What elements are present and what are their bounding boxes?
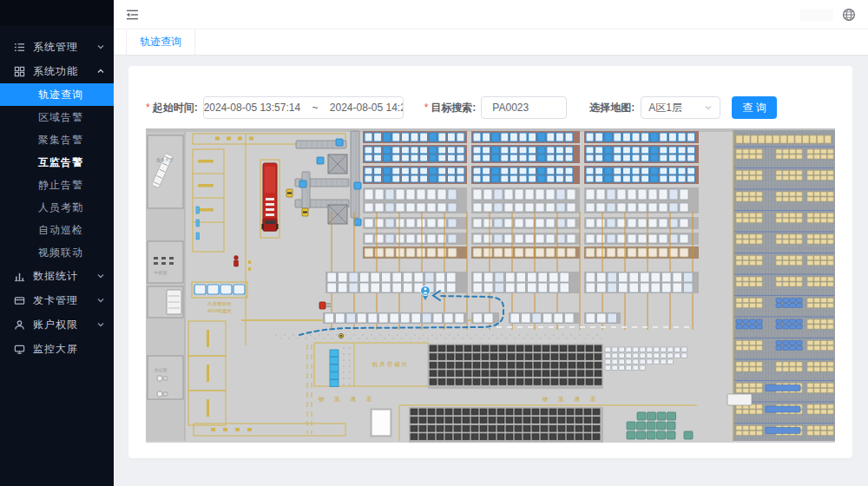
chevron-down-icon bbox=[96, 43, 105, 51]
sidebar-item-attendance[interactable]: 人员考勤 bbox=[0, 196, 114, 219]
sidebar-item-mutual-alarm[interactable]: 互监告警 bbox=[0, 151, 114, 174]
sidebar-item-label: 系统功能 bbox=[33, 64, 96, 79]
bar-chart-icon bbox=[14, 270, 26, 282]
svg-text:物 流 通 道: 物 流 通 道 bbox=[542, 396, 600, 403]
sidebar-item-system-management[interactable]: 系统管理 bbox=[0, 35, 114, 59]
svg-text:物 流 通 道: 物 流 通 道 bbox=[319, 396, 376, 403]
map-select-label: 选择地图: bbox=[589, 101, 635, 115]
sidebar-item-system-functions[interactable]: 系统功能 bbox=[0, 59, 114, 83]
list-icon bbox=[14, 41, 26, 53]
svg-text:办公室: 办公室 bbox=[155, 367, 168, 372]
map-container: 服务大厅中控室办公室出库暂存区AGV组盘区机具存储区物 流 通 道物 流 通 道 bbox=[146, 128, 835, 443]
chevron-down-icon bbox=[96, 272, 105, 280]
target-label: 目标搜索: bbox=[431, 101, 476, 115]
query-card: * 起始时间: * 目标搜索: 选择地图: A区1层 查 询 服务大厅中控室办公… bbox=[128, 66, 852, 458]
sidebar-item-trajectory-query[interactable]: 轨迹查询 bbox=[0, 83, 114, 106]
search-button[interactable]: 查 询 bbox=[732, 96, 776, 119]
sidebar-item-card-management[interactable]: 发卡管理 bbox=[0, 288, 114, 312]
sidebar: 系统管理 系统功能 轨迹查询 区域告警 聚集告警 互监告警 静止告警 人员考勤 … bbox=[0, 0, 114, 486]
sidebar-item-area-alarm[interactable]: 区域告警 bbox=[0, 106, 114, 128]
monitor-icon bbox=[14, 343, 26, 355]
card-icon bbox=[14, 294, 26, 306]
svg-text:AGV组盘区: AGV组盘区 bbox=[207, 308, 233, 314]
sidebar-item-account-permissions[interactable]: 账户权限 bbox=[0, 312, 114, 337]
sidebar-item-video-linkage[interactable]: 视频联动 bbox=[0, 241, 114, 264]
required-mark: * bbox=[424, 102, 429, 114]
tab-bar: 轨迹查询 bbox=[114, 30, 868, 56]
appstore-icon bbox=[14, 65, 26, 77]
globe-icon[interactable] bbox=[842, 8, 856, 22]
sidebar-item-gather-alarm[interactable]: 聚集告警 bbox=[0, 128, 114, 151]
chevron-down-icon bbox=[704, 103, 713, 112]
svg-text:机具存储区: 机具存储区 bbox=[372, 361, 410, 368]
svg-text:服务大厅: 服务大厅 bbox=[156, 157, 174, 162]
content-area: * 起始时间: * 目标搜索: 选择地图: A区1层 查 询 服务大厅中控室办公… bbox=[114, 56, 868, 486]
query-form: * 起始时间: * 目标搜索: 选择地图: A区1层 查 询 bbox=[146, 95, 835, 120]
app-window: 系统管理 系统功能 轨迹查询 区域告警 聚集告警 互监告警 静止告警 人员考勤 … bbox=[0, 0, 868, 486]
chevron-down-icon bbox=[96, 320, 105, 329]
warehouse-map[interactable]: 服务大厅中控室办公室出库暂存区AGV组盘区机具存储区物 流 通 道物 流 通 道 bbox=[146, 128, 835, 443]
map-select-value: A区1层 bbox=[648, 101, 682, 115]
logo-area bbox=[0, 0, 114, 26]
chevron-down-icon bbox=[96, 296, 105, 305]
sidebar-item-static-alarm[interactable]: 静止告警 bbox=[0, 174, 114, 196]
user-icon bbox=[14, 319, 26, 331]
svg-text:出库暂存区: 出库暂存区 bbox=[207, 301, 232, 307]
time-label: 起始时间: bbox=[153, 101, 198, 115]
user-area[interactable] bbox=[800, 9, 833, 21]
main-area: 轨迹查询 * 起始时间: * 目标搜索: 选择地图: A区1层 查 询 bbox=[114, 0, 868, 486]
time-range-input[interactable] bbox=[203, 96, 404, 119]
chevron-up-icon bbox=[96, 67, 105, 76]
top-bar bbox=[114, 0, 868, 30]
sidebar-item-auto-inspection[interactable]: 自动巡检 bbox=[0, 219, 114, 241]
required-mark: * bbox=[146, 102, 150, 114]
sidebar-item-data-statistics[interactable]: 数据统计 bbox=[0, 264, 114, 288]
sidebar-nav: 系统管理 系统功能 轨迹查询 区域告警 聚集告警 互监告警 静止告警 人员考勤 … bbox=[0, 26, 114, 361]
tab-trajectory-query[interactable]: 轨迹查询 bbox=[126, 30, 195, 55]
svg-text:中控室: 中控室 bbox=[155, 270, 168, 275]
target-search-input[interactable] bbox=[481, 96, 567, 119]
menu-fold-icon[interactable] bbox=[126, 9, 139, 21]
map-select[interactable]: A区1层 bbox=[641, 96, 720, 119]
sidebar-item-label: 系统管理 bbox=[33, 40, 96, 55]
sidebar-item-monitoring-screen[interactable]: 监控大屏 bbox=[0, 337, 114, 361]
